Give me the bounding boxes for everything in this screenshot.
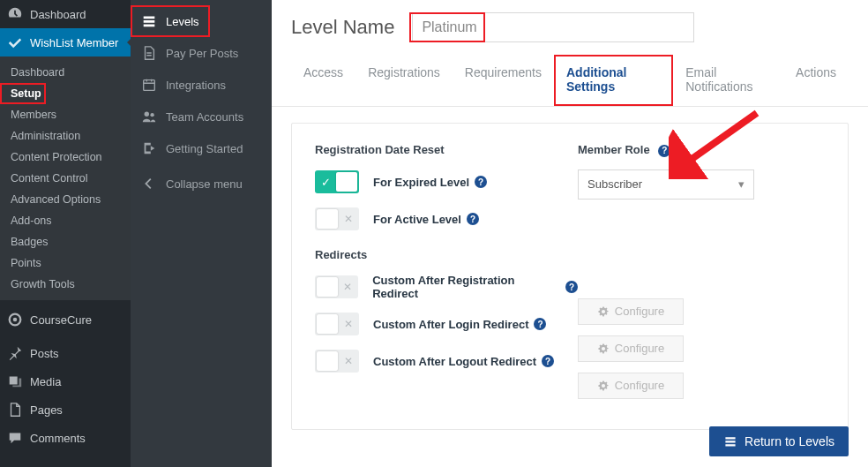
- setting-label: For Active Level: [373, 213, 461, 226]
- sidebar-item-label: Comments: [30, 432, 86, 445]
- tab-actions[interactable]: Actions: [783, 55, 849, 106]
- toggle-for-active-level[interactable]: [315, 207, 359, 230]
- wlm-item-label: Levels: [166, 15, 199, 28]
- submenu-dashboard[interactable]: Dashboard: [0, 62, 131, 83]
- sidebar-item-comments[interactable]: Comments: [0, 424, 131, 452]
- list-icon: [723, 434, 737, 448]
- comment-icon: [7, 430, 23, 446]
- configure-after-login[interactable]: Configure: [578, 335, 684, 362]
- people-icon: [141, 109, 157, 124]
- configure-after-registration[interactable]: Configure: [578, 298, 684, 325]
- wlm-item-getting-started[interactable]: Getting Started: [131, 132, 272, 164]
- setting-label: Custom After Login Redirect: [373, 318, 528, 331]
- submenu-growth-tools[interactable]: Growth Tools: [0, 274, 131, 295]
- svg-point-3: [145, 112, 149, 117]
- section-redirects: Redirects: [315, 248, 578, 261]
- submenu-members[interactable]: Members: [0, 104, 131, 125]
- toggle-after-registration[interactable]: [315, 275, 358, 298]
- wlm-item-label: Integrations: [166, 79, 226, 92]
- submenu-setup[interactable]: Setup: [0, 83, 46, 104]
- submenu-administration[interactable]: Administration: [0, 125, 131, 147]
- sidebar-item-wishlist[interactable]: WishList Member: [0, 28, 131, 56]
- wlm-item-pay-per-posts[interactable]: Pay Per Posts: [131, 37, 272, 69]
- sidebar-item-label: Posts: [30, 347, 59, 360]
- setting-label: Custom After Registration Redirect: [372, 274, 560, 300]
- svg-rect-2: [144, 80, 155, 91]
- return-to-levels-button[interactable]: Return to Levels: [709, 426, 849, 456]
- sidebar-item-media[interactable]: Media: [0, 367, 131, 395]
- gear-icon: [597, 380, 610, 392]
- sidebar-item-label: CourseCure: [30, 313, 92, 327]
- sidebar-item-label: Media: [30, 375, 61, 388]
- submenu-content-protection[interactable]: Content Protection: [0, 147, 131, 168]
- help-icon[interactable]: ?: [467, 213, 479, 225]
- wlm-item-integrations[interactable]: Integrations: [131, 69, 272, 101]
- check-icon: [7, 34, 23, 50]
- sidebar-item-label: Dashboard: [30, 8, 86, 21]
- tab-registrations[interactable]: Registrations: [355, 55, 453, 106]
- submenu-badges[interactable]: Badges: [0, 231, 131, 252]
- submenu-advanced-options[interactable]: Advanced Options: [0, 189, 131, 210]
- toggle-for-expired-level[interactable]: [315, 170, 359, 193]
- level-name-input[interactable]: [412, 12, 694, 42]
- help-icon[interactable]: ?: [542, 355, 554, 367]
- tab-access[interactable]: Access: [291, 55, 355, 106]
- chevron-left-icon: [141, 176, 157, 192]
- section-member-role: Member Role ?: [578, 143, 825, 157]
- calendar-icon: [141, 77, 157, 93]
- help-icon[interactable]: ?: [475, 176, 487, 188]
- member-role-select[interactable]: Subscriber ▾: [578, 169, 754, 200]
- gear-icon: [597, 305, 610, 318]
- sidebar-item-coursecure[interactable]: CourseCure: [0, 305, 131, 334]
- setting-label: Custom After Logout Redirect: [373, 355, 536, 368]
- sidebar-item-pages[interactable]: Pages: [0, 395, 131, 424]
- select-value: Subscriber: [587, 177, 642, 191]
- sidebar-item-dashboard[interactable]: Dashboard: [0, 0, 131, 28]
- wlm-item-collapse[interactable]: Collapse menu: [131, 168, 272, 200]
- sidebar-item-label: WishList Member: [30, 36, 118, 49]
- exit-icon: [141, 140, 157, 156]
- page-title: Level Name: [291, 16, 394, 39]
- wlm-item-label: Getting Started: [166, 142, 243, 155]
- tab-additional-settings[interactable]: Additional Settings: [554, 55, 673, 106]
- toggle-after-logout[interactable]: [315, 350, 359, 373]
- submenu-points[interactable]: Points: [0, 252, 131, 274]
- wlm-item-team-accounts[interactable]: Team Accounts: [131, 101, 272, 132]
- submenu-add-ons[interactable]: Add-ons: [0, 210, 131, 231]
- gear-icon: [597, 343, 610, 355]
- chevron-down-icon: ▾: [738, 177, 745, 191]
- wlm-item-label: Team Accounts: [166, 110, 243, 124]
- doc-icon: [141, 45, 157, 61]
- record-icon: [7, 312, 23, 328]
- wlm-item-label: Pay Per Posts: [166, 47, 238, 60]
- pin-icon: [7, 345, 23, 361]
- toggle-after-login[interactable]: [315, 313, 359, 335]
- page-icon: [7, 402, 23, 418]
- wlm-item-levels[interactable]: Levels: [131, 5, 210, 37]
- help-icon[interactable]: ?: [565, 281, 578, 293]
- gauge-icon: [7, 6, 23, 22]
- sidebar-submenu: Dashboard Setup Members Administration C…: [0, 56, 131, 300]
- configure-after-logout[interactable]: Configure: [578, 373, 684, 399]
- setting-label: For Expired Level: [373, 176, 469, 189]
- help-icon[interactable]: ?: [534, 318, 546, 330]
- wlm-item-label: Collapse menu: [166, 177, 243, 191]
- svg-point-4: [150, 113, 153, 117]
- section-registration-reset: Registration Date Reset: [315, 143, 578, 156]
- svg-point-1: [13, 318, 18, 322]
- tab-bar: Access Registrations Requirements Additi…: [272, 55, 868, 107]
- media-icon: [7, 373, 23, 389]
- tab-requirements[interactable]: Requirements: [453, 55, 554, 106]
- sidebar-item-posts[interactable]: Posts: [0, 339, 131, 367]
- help-icon[interactable]: ?: [658, 145, 670, 157]
- sidebar-item-label: Pages: [30, 403, 63, 417]
- tab-email-notifications[interactable]: Email Notifications: [673, 55, 783, 106]
- list-icon: [141, 13, 157, 29]
- submenu-content-control[interactable]: Content Control: [0, 168, 131, 189]
